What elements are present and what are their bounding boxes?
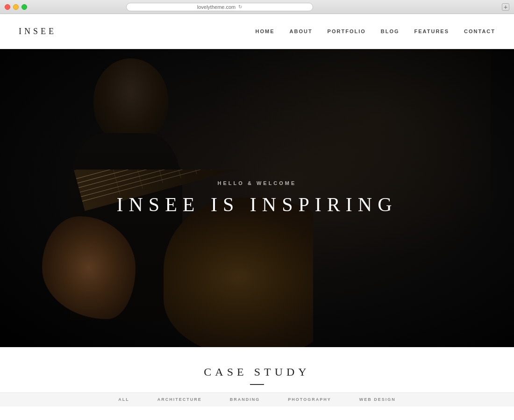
hero-section: HELLO & WELCOME INSEE IS INSPIRING (0, 49, 514, 347)
below-fold-section: CASE STUDY ALL ARCHITECTURE BRANDING PHO… (0, 347, 514, 420)
nav-portfolio[interactable]: PORTFOLIO (328, 28, 366, 34)
filter-architecture[interactable]: ARCHITECTURE (157, 397, 202, 402)
fret-5 (189, 170, 197, 174)
address-bar[interactable]: lovelytheme.com ↻ (126, 3, 313, 11)
nav-blog[interactable]: BLOG (381, 28, 400, 34)
case-study-title: CASE STUDY (204, 366, 310, 378)
browser-chrome: lovelytheme.com ↻ + (0, 0, 514, 14)
hero-content: HELLO & WELCOME INSEE IS INSPIRING (116, 180, 397, 216)
traffic-lights (5, 4, 27, 10)
hero-subtitle: HELLO & WELCOME (116, 180, 397, 186)
section-divider (250, 384, 264, 385)
nav-contact[interactable]: CONTACT (464, 28, 495, 34)
new-tab-button[interactable]: + (502, 3, 509, 11)
main-nav: HOME ABOUT PORTFOLIO BLOG FEATURES CONTA… (256, 28, 496, 34)
head-shape (93, 58, 168, 142)
website-container: INSEE HOME ABOUT PORTFOLIO BLOG FEATURES… (0, 14, 514, 420)
refresh-icon[interactable]: ↻ (238, 4, 242, 9)
filter-photography[interactable]: PHOTOGRAPHY (288, 397, 331, 402)
fullscreen-button[interactable] (21, 4, 27, 10)
nav-home[interactable]: HOME (256, 28, 275, 34)
site-header: INSEE HOME ABOUT PORTFOLIO BLOG FEATURES… (0, 14, 514, 49)
hand-shape (42, 216, 136, 319)
filter-branding[interactable]: BRANDING (230, 397, 260, 402)
nav-features[interactable]: FEATURES (414, 28, 449, 34)
close-button[interactable] (5, 4, 10, 10)
minimize-button[interactable] (13, 4, 19, 10)
fret-4 (173, 170, 181, 178)
hero-title: INSEE IS INSPIRING (116, 193, 397, 216)
fret-6 (204, 170, 211, 170)
guitar-body (164, 198, 313, 347)
filter-web-design[interactable]: WEB DESIGN (359, 397, 396, 402)
url-text: lovelytheme.com (197, 4, 236, 10)
portfolio-filter-bar: ALL ARCHITECTURE BRANDING PHOTOGRAPHY WE… (0, 392, 514, 406)
site-logo[interactable]: INSEE (19, 27, 57, 36)
filter-all[interactable]: ALL (118, 397, 129, 402)
nav-about[interactable]: ABOUT (290, 28, 313, 34)
